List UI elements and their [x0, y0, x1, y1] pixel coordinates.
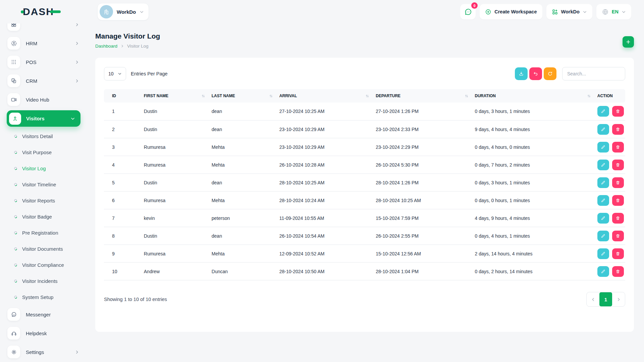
sidebar-subitem-visitor-reports[interactable]: Visitor Reports — [0, 192, 87, 208]
sort-icon — [587, 94, 591, 98]
sidebar-item-crm[interactable]: CRM — [0, 71, 87, 90]
cell-departure: 15-10-2024 7:59 PM — [372, 209, 471, 227]
delete-button[interactable] — [612, 177, 624, 188]
delete-button[interactable] — [612, 160, 624, 170]
cell-last-name: Duncan — [208, 262, 276, 280]
edit-icon — [601, 216, 605, 221]
table-row: 9 Rumuresa Mehta 12-09-2024 10:52 AM 15-… — [104, 245, 625, 262]
sidebar-subitem-visitor-badge[interactable]: Visitor Badge — [0, 208, 87, 225]
globe-icon — [602, 8, 609, 15]
sidebar-subitem-visitor-timeline[interactable]: Visitor Timeline — [0, 176, 87, 192]
entries-per-page-select[interactable]: 10 — [104, 67, 126, 80]
page-title: Manage Visitor Log — [95, 32, 160, 40]
sidebar-subitem-visitors-detail[interactable]: Visitors Detail — [0, 128, 87, 144]
edit-button[interactable] — [597, 248, 609, 259]
delete-button[interactable] — [612, 124, 624, 135]
visitor-log-card: 10 Entries Per Page — [95, 58, 634, 332]
cell-duration: 0 days, 0 hours, 1 minutes — [472, 191, 594, 209]
cell-first-name: Rumuresa — [141, 191, 208, 209]
chevron-right-icon — [75, 79, 79, 83]
delete-button[interactable] — [612, 231, 624, 241]
delete-button[interactable] — [612, 106, 624, 117]
cell-departure: 15-10-2024 12:56 AM — [372, 245, 471, 262]
next-page-button[interactable] — [612, 292, 625, 306]
sidebar-subitem-system-setup[interactable]: System Setup — [0, 289, 87, 305]
cell-id: 1 — [104, 103, 141, 120]
cell-last-name: dean — [208, 174, 276, 191]
breadcrumb-dashboard-link[interactable]: Dashboard — [95, 44, 117, 49]
sidebar-item-messenger[interactable]: Messenger — [0, 305, 87, 324]
refresh-button[interactable] — [544, 67, 556, 80]
sidebar-item-hrm[interactable]: HRM — [0, 34, 87, 53]
delete-button[interactable] — [612, 266, 624, 277]
sidebar-subitem-pre-registration[interactable]: Pre Registration — [0, 225, 87, 241]
plus-circle-icon — [485, 9, 491, 15]
workspace-dropdown[interactable]: WorkDo — [546, 4, 592, 19]
column-header-arrival[interactable]: ARRIVAL — [276, 89, 372, 103]
edit-button[interactable] — [597, 195, 609, 206]
edit-button[interactable] — [597, 124, 609, 135]
column-header-duration[interactable]: DURATION — [472, 89, 594, 103]
edit-button[interactable] — [597, 213, 609, 224]
sidebar-subitem-visitor-documents[interactable]: Visitor Documents — [0, 241, 87, 257]
cell-first-name: Rumuresa — [141, 245, 208, 262]
search-input[interactable] — [562, 67, 625, 80]
sidebar-subitem-visitor-log[interactable]: Visitor Log — [0, 160, 87, 176]
previous-page-button[interactable] — [587, 292, 599, 306]
messages-button[interactable]: 0 — [460, 4, 476, 19]
cell-id: 2 — [104, 120, 141, 138]
sidebar-subitem-visitor-compliance[interactable]: Visitor Compliance — [0, 257, 87, 273]
cell-arrival: 12-09-2024 10:52 AM — [276, 245, 372, 262]
export-button[interactable] — [515, 67, 528, 80]
page-number-button[interactable]: 1 — [599, 292, 612, 306]
cell-action — [594, 262, 625, 280]
delete-button[interactable] — [612, 142, 624, 153]
cell-last-name: Mehta — [208, 245, 276, 262]
sidebar-subitem-visitor-incidents[interactable]: Visitor Incidents — [0, 273, 87, 289]
cell-id: 7 — [104, 209, 141, 227]
cell-arrival: 28-10-2024 10:50 AM — [276, 262, 372, 280]
cell-id: 3 — [104, 138, 141, 156]
delete-button[interactable] — [612, 248, 624, 259]
edit-button[interactable] — [597, 160, 609, 170]
sidebar-subitem-visit-purpose[interactable]: Visit Purpose — [0, 144, 87, 160]
cell-first-name: Andrew — [141, 262, 208, 280]
sort-icon — [465, 94, 468, 98]
column-header-first-name[interactable]: FIRST NAME — [141, 89, 208, 103]
cell-id: 8 — [104, 227, 141, 245]
chevron-right-icon — [75, 350, 79, 354]
edit-button[interactable] — [597, 231, 609, 241]
language-dropdown[interactable]: EN — [596, 4, 631, 19]
sidebar-item-helpdesk[interactable]: Helpdesk — [0, 324, 87, 343]
edit-button[interactable] — [597, 177, 609, 188]
entries-per-page-label: Entries Per Page — [131, 71, 168, 76]
sidebar-item-settings[interactable]: Settings — [0, 343, 87, 361]
add-visitor-log-button[interactable] — [623, 36, 634, 48]
undo-icon — [533, 71, 538, 76]
cell-id: 6 — [104, 191, 141, 209]
cell-action — [594, 120, 625, 138]
edit-icon — [601, 234, 605, 238]
gear-icon — [7, 346, 20, 358]
sidebar-item-visitors[interactable]: Visitors — [7, 110, 80, 127]
edit-button[interactable] — [597, 106, 609, 117]
reset-button[interactable] — [529, 67, 542, 80]
main-content: Manage Visitor Log Dashboard Visitor Log… — [87, 0, 644, 332]
app-logo[interactable]: DASH — [21, 6, 61, 17]
delete-button[interactable] — [612, 213, 624, 224]
delete-icon — [615, 198, 620, 203]
create-workspace-button[interactable]: Create Workspace — [480, 4, 542, 19]
sidebar-item-video-hub[interactable]: Video Hub — [0, 90, 87, 109]
visitor-log-table: ID FIRST NAME LAST NAME ARRIVAL DEPARTUR… — [104, 89, 625, 281]
cell-arrival: 26-10-2024 10:54 AM — [276, 227, 372, 245]
edit-button[interactable] — [597, 142, 609, 153]
delete-icon — [615, 180, 620, 185]
cell-first-name: Rumuresa — [141, 138, 208, 156]
workspace-switcher[interactable]: WorkDo — [97, 3, 149, 20]
table-row: 7 kevin peterson 11-09-2024 10:55 AM 15-… — [104, 209, 625, 227]
column-header-last-name[interactable]: LAST NAME — [208, 89, 276, 103]
delete-button[interactable] — [612, 195, 624, 206]
column-header-departure[interactable]: DEPARTURE — [372, 89, 471, 103]
sidebar-item-pos[interactable]: POS — [0, 53, 87, 71]
edit-button[interactable] — [597, 266, 609, 277]
